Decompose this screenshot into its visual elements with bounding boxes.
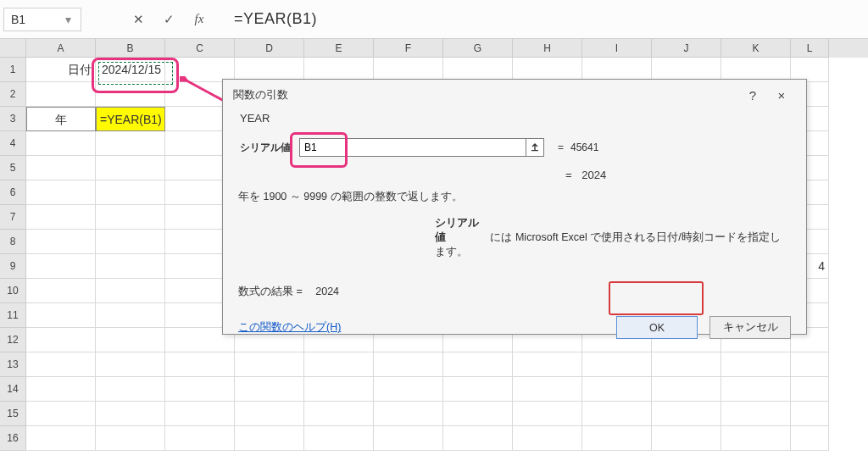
cell[interactable] xyxy=(582,377,652,402)
row-header[interactable]: 2 xyxy=(0,82,26,107)
cell[interactable] xyxy=(26,205,96,230)
cell[interactable] xyxy=(96,377,165,402)
col-header[interactable]: H xyxy=(513,39,582,58)
cell[interactable] xyxy=(652,377,721,402)
cell[interactable] xyxy=(26,180,96,205)
fx-icon[interactable]: fx xyxy=(192,12,207,27)
cell[interactable] xyxy=(96,131,165,156)
cell[interactable] xyxy=(26,156,96,180)
cell[interactable] xyxy=(165,402,235,426)
row-header[interactable]: 11 xyxy=(0,303,26,328)
cell-a3[interactable]: 年 xyxy=(26,107,96,131)
cell[interactable] xyxy=(652,402,721,426)
cell[interactable] xyxy=(304,352,374,377)
name-box[interactable]: B1 ▾ xyxy=(3,8,81,31)
cell[interactable] xyxy=(96,402,165,426)
cell[interactable] xyxy=(304,426,374,451)
cell[interactable] xyxy=(96,156,165,180)
cell[interactable] xyxy=(721,402,791,426)
formula-input[interactable]: =YEAR(B1) xyxy=(234,10,317,28)
cell[interactable] xyxy=(652,426,721,451)
help-icon[interactable]: ? xyxy=(738,88,767,103)
cell[interactable] xyxy=(235,377,304,402)
cell[interactable] xyxy=(165,426,235,451)
confirm-check-icon[interactable]: ✓ xyxy=(161,12,176,27)
cell[interactable] xyxy=(513,426,582,451)
cell[interactable] xyxy=(791,426,829,451)
cell-a1[interactable]: 日付 xyxy=(26,58,96,82)
cancel-x-icon[interactable]: ✕ xyxy=(131,12,146,27)
cell[interactable] xyxy=(304,377,374,402)
cell[interactable] xyxy=(26,352,96,377)
cell[interactable] xyxy=(96,254,165,279)
cell[interactable] xyxy=(721,377,791,402)
cell[interactable] xyxy=(26,131,96,156)
cell[interactable] xyxy=(96,328,165,352)
cell[interactable] xyxy=(96,279,165,303)
col-header[interactable]: C xyxy=(165,39,235,58)
cell[interactable] xyxy=(374,377,443,402)
col-header[interactable]: A xyxy=(26,39,96,58)
col-header[interactable]: G xyxy=(443,39,513,58)
cell[interactable] xyxy=(96,205,165,230)
col-header[interactable]: B xyxy=(96,39,165,58)
row-header[interactable]: 6 xyxy=(0,180,26,205)
row-header[interactable]: 8 xyxy=(0,230,26,254)
row-header[interactable]: 14 xyxy=(0,377,26,402)
cell[interactable] xyxy=(26,303,96,328)
cell[interactable] xyxy=(721,352,791,377)
cell[interactable] xyxy=(26,377,96,402)
row-header[interactable]: 4 xyxy=(0,131,26,156)
cell[interactable] xyxy=(582,426,652,451)
cell[interactable] xyxy=(26,230,96,254)
cell[interactable] xyxy=(304,402,374,426)
cell[interactable] xyxy=(96,180,165,205)
cancel-button[interactable]: キャンセル xyxy=(709,316,791,339)
close-icon[interactable]: × xyxy=(767,88,796,103)
row-header[interactable]: 13 xyxy=(0,352,26,377)
cell[interactable] xyxy=(26,328,96,352)
col-header[interactable]: I xyxy=(582,39,652,58)
row-header[interactable]: 15 xyxy=(0,402,26,426)
cell[interactable] xyxy=(513,402,582,426)
select-all-corner[interactable] xyxy=(0,39,26,58)
cell[interactable] xyxy=(96,426,165,451)
cell[interactable] xyxy=(96,352,165,377)
function-help-link[interactable]: この関数のヘルプ(H) xyxy=(238,320,341,335)
chevron-down-icon[interactable]: ▾ xyxy=(62,14,74,25)
row-header[interactable]: 12 xyxy=(0,328,26,352)
cell[interactable] xyxy=(443,426,513,451)
ok-button[interactable]: OK xyxy=(616,316,698,339)
cell[interactable] xyxy=(791,402,829,426)
dialog-titlebar[interactable]: 関数の引数 ? × xyxy=(223,80,806,110)
cell[interactable] xyxy=(96,303,165,328)
cell[interactable] xyxy=(96,230,165,254)
col-header[interactable]: L xyxy=(791,39,829,58)
row-header[interactable]: 7 xyxy=(0,205,26,230)
cell[interactable] xyxy=(165,377,235,402)
serial-value-input[interactable] xyxy=(299,138,526,157)
cell[interactable] xyxy=(96,82,165,107)
col-header[interactable]: K xyxy=(721,39,791,58)
row-header[interactable]: 1 xyxy=(0,58,26,82)
row-header[interactable]: 9 xyxy=(0,254,26,279)
cell[interactable] xyxy=(443,352,513,377)
cell[interactable] xyxy=(374,426,443,451)
cell[interactable] xyxy=(235,402,304,426)
cell[interactable] xyxy=(374,402,443,426)
col-header[interactable]: J xyxy=(652,39,721,58)
cell[interactable] xyxy=(791,377,829,402)
row-header[interactable]: 3 xyxy=(0,107,26,131)
cell[interactable] xyxy=(652,352,721,377)
cell[interactable] xyxy=(513,352,582,377)
cell[interactable] xyxy=(26,82,96,107)
cell[interactable] xyxy=(26,279,96,303)
cell-b1[interactable]: 2024/12/15 xyxy=(96,58,165,82)
cell[interactable] xyxy=(791,352,829,377)
cell[interactable] xyxy=(26,402,96,426)
cell[interactable] xyxy=(721,426,791,451)
cell-b3[interactable]: =YEAR(B1) xyxy=(96,107,165,131)
cell[interactable] xyxy=(582,402,652,426)
cell[interactable] xyxy=(26,254,96,279)
cell[interactable] xyxy=(443,377,513,402)
